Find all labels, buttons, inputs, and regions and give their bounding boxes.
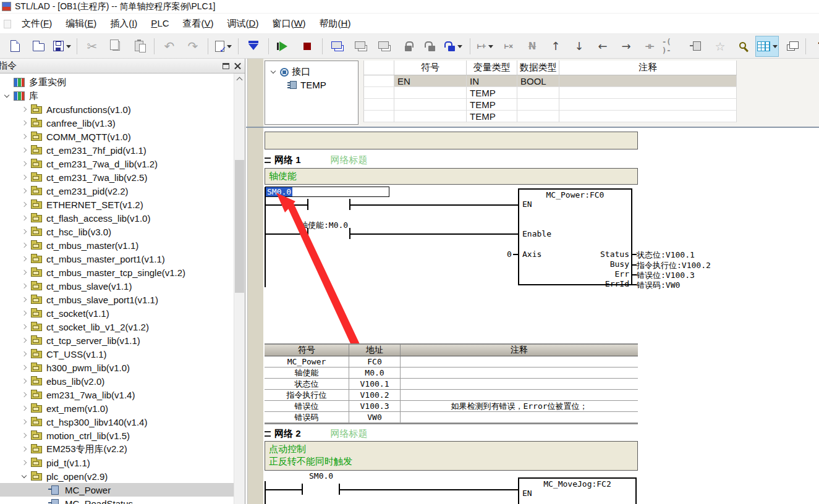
delete-contact-icon[interactable]: ⊢× — [498, 36, 520, 56]
collapse-network-icon[interactable] — [265, 158, 271, 163]
expand-chevron-icon[interactable] — [2, 78, 12, 87]
line-down-icon[interactable]: ↓ — [568, 36, 590, 56]
toolbar-separator[interactable] — [205, 36, 211, 56]
table-view-icon[interactable] — [756, 36, 778, 56]
negate-contact-icon[interactable]: N — [521, 36, 543, 56]
variable-table-row[interactable]: TEMP — [363, 111, 737, 122]
toolbar-separator[interactable] — [74, 36, 80, 56]
selected-operand[interactable]: SM0.0 — [266, 187, 292, 196]
open-file-icon[interactable] — [27, 36, 49, 56]
compile-icon[interactable] — [212, 36, 234, 56]
window-stack-icon[interactable] — [350, 36, 372, 56]
expand-chevron-icon[interactable] — [20, 418, 29, 427]
cell-comment[interactable] — [559, 111, 737, 122]
tree-item[interactable]: ct_em231_7hf_pid(v1.1) — [0, 143, 234, 157]
expand-chevron-icon[interactable] — [20, 105, 29, 114]
tree-item[interactable]: ct_em231_7wa_lib(v2.5) — [0, 170, 234, 184]
dropdown-caret-icon[interactable] — [227, 45, 232, 51]
menu-item[interactable]: 调试(D) — [221, 15, 266, 32]
tree-item[interactable]: ct_tcp_server_lib(v1.1) — [0, 334, 234, 347]
expand-chevron-icon[interactable] — [20, 336, 29, 345]
cascade-windows-icon[interactable] — [779, 36, 802, 56]
expand-chevron-icon[interactable] — [20, 431, 29, 440]
cell-comment[interactable] — [401, 390, 638, 401]
program-comment-box[interactable] — [265, 132, 638, 149]
tree-item[interactable]: ct_hsp300_libv140(v1.4) — [0, 415, 234, 429]
cell-address[interactable]: M0.0 — [349, 368, 401, 379]
tree-item[interactable]: canfree_lib(v1.3) — [0, 116, 234, 130]
tree-item[interactable]: ct_mbus_slave_port1(v1.1) — [0, 293, 234, 306]
tree-item[interactable]: plc_open(v2.9) — [0, 469, 234, 483]
tree-item[interactable]: MC_ReadStatus — [0, 497, 234, 504]
status-annotation[interactable]: 状态位:V100.1 — [637, 250, 695, 261]
menu-item[interactable]: PLC — [144, 15, 176, 32]
run-icon[interactable] — [273, 36, 295, 56]
toolbar-separator[interactable] — [320, 36, 325, 56]
menu-item[interactable]: 文件(F) — [15, 15, 59, 32]
cell-symbol[interactable]: 指令执行位 — [265, 390, 349, 401]
row-selector[interactable] — [363, 99, 394, 111]
new-file-icon[interactable] — [4, 36, 26, 56]
tree-item[interactable]: 库 — [0, 89, 234, 103]
tree-item[interactable]: ct_flash_access_lib(v1.0) — [0, 211, 234, 225]
help-pointer-icon[interactable]: ? — [810, 36, 819, 56]
stop-icon[interactable] — [296, 36, 318, 56]
unlock-icon[interactable] — [420, 36, 443, 56]
expand-chevron-icon[interactable] — [20, 472, 29, 481]
scrollbar-thumb[interactable] — [235, 160, 244, 293]
tree-item[interactable]: ct_em231_7wa_d_lib(v1.2) — [0, 157, 234, 170]
symbol-table-row[interactable]: 状态位 V100.1 — [265, 379, 638, 390]
close-icon[interactable] — [234, 62, 241, 69]
expand-chevron-icon[interactable] — [2, 91, 12, 101]
contact-bar[interactable] — [307, 199, 308, 210]
expand-chevron-icon[interactable] — [20, 159, 29, 169]
tree-item[interactable]: ct_mbus_master_tcp_single(v1.2) — [0, 266, 234, 279]
expand-chevron-icon[interactable] — [20, 295, 29, 304]
cell-var-type[interactable]: TEMP — [467, 87, 517, 99]
cell-address[interactable]: V100.3 — [349, 401, 401, 412]
cell-symbol[interactable]: EN — [394, 75, 467, 87]
tree-item[interactable]: ebus_lib(v2.0) — [0, 374, 234, 388]
expand-chevron-icon[interactable] — [20, 132, 29, 141]
cell-data-type[interactable] — [517, 111, 559, 122]
network2-title[interactable]: 网络标题 — [331, 428, 368, 440]
tree-item[interactable]: ETHERNET_SET(v1.2) — [0, 198, 234, 211]
tree-item[interactable]: COMM_MQTT(v1.0) — [0, 130, 234, 143]
cell-symbol[interactable]: 轴使能 — [265, 368, 349, 379]
toolbar-separator[interactable] — [467, 36, 473, 56]
unlock-blue-icon[interactable] — [444, 36, 466, 56]
cell-comment[interactable] — [401, 412, 638, 423]
expand-chevron-icon[interactable] — [20, 390, 29, 400]
expand-chevron-icon[interactable] — [20, 363, 29, 372]
tree-item[interactable]: ct_mbus_master(v1.1) — [0, 238, 234, 252]
line-left-icon[interactable]: ← — [592, 36, 614, 56]
toolbar-separator[interactable] — [151, 36, 157, 56]
download-icon[interactable] — [242, 36, 265, 56]
expand-chevron-icon[interactable] — [20, 309, 29, 318]
cell-var-type[interactable]: IN — [467, 75, 517, 87]
cell-address[interactable]: V100.2 — [349, 390, 401, 401]
row-selector[interactable] — [363, 87, 394, 99]
menu-item[interactable]: 编辑(E) — [59, 15, 103, 32]
dropdown-caret-icon[interactable] — [773, 45, 778, 51]
interface-temp-row[interactable]: TEMP — [290, 80, 326, 90]
dropdown-caret-icon[interactable] — [457, 45, 462, 51]
undo-icon[interactable]: ↶ — [158, 36, 180, 56]
dropdown-caret-icon[interactable] — [66, 45, 71, 51]
expand-chevron-icon[interactable] — [20, 350, 29, 359]
cell-address[interactable]: V100.1 — [349, 379, 401, 390]
cell-comment[interactable] — [559, 87, 737, 99]
cut-icon[interactable]: ✂ — [81, 36, 103, 56]
favorites-icon[interactable]: ☆ — [709, 36, 731, 56]
cell-comment[interactable] — [559, 99, 737, 111]
expand-chevron-icon[interactable] — [20, 322, 29, 332]
redo-icon[interactable]: ↷ — [182, 36, 204, 56]
symbol-table-row[interactable]: 指令执行位 V100.2 — [265, 390, 638, 401]
toolbar-separator[interactable] — [266, 36, 271, 56]
cell-symbol[interactable] — [394, 99, 467, 111]
expand-chevron-icon[interactable] — [20, 377, 29, 386]
cell-symbol[interactable] — [394, 87, 467, 99]
expand-chevron-icon[interactable] — [20, 146, 29, 155]
cell-symbol[interactable]: 错误码 — [265, 412, 349, 423]
contact-icon[interactable]: ⊣⊢ — [639, 36, 661, 56]
